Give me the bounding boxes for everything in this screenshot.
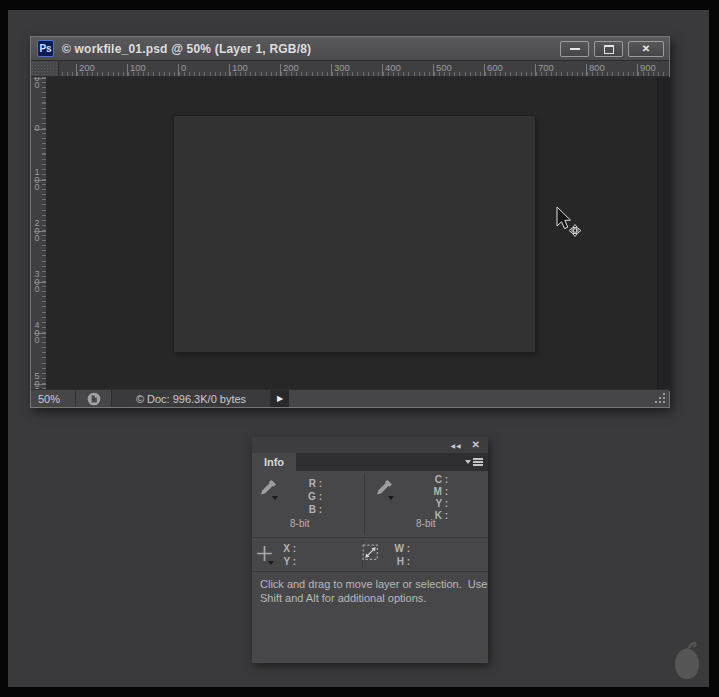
rgb-labels: R :G :B : xyxy=(296,477,322,516)
mouse-watermark-icon xyxy=(668,638,708,684)
panel-divider xyxy=(364,474,365,534)
close-button[interactable]: ✕ xyxy=(628,41,664,57)
cmyk-depth-label: 8-bit xyxy=(416,518,435,529)
xy-labels: X :Y : xyxy=(270,542,296,568)
panel-divider xyxy=(252,571,488,572)
document-window: Ps © workfile_01.psd @ 50% (Layer 1, RGB… xyxy=(30,36,670,408)
eyedropper-dropdown-icon[interactable] xyxy=(272,496,278,500)
status-options-button[interactable]: ▶ xyxy=(271,390,289,407)
window-resize-grip[interactable] xyxy=(663,401,665,403)
panel-tab-bar: Info xyxy=(252,453,488,471)
horizontal-ruler[interactable]: 2001000100200300400500600700800900 xyxy=(31,61,669,77)
vertical-scrollbar-track[interactable] xyxy=(657,77,671,391)
document-size-readout: © Doc: 996.3K/0 bytes xyxy=(111,390,271,407)
maximize-button[interactable] xyxy=(594,41,623,57)
tab-info[interactable]: Info xyxy=(252,453,296,471)
panel-close-icon[interactable]: ✕ xyxy=(472,440,480,450)
ruler-minor-ticks xyxy=(42,77,46,391)
canvas-area[interactable] xyxy=(47,77,671,391)
menu-lines-icon xyxy=(473,458,483,466)
status-bar: 50% © Doc: 996.3K/0 bytes ▶ xyxy=(31,389,669,407)
zoom-level-field[interactable]: 50% xyxy=(31,393,75,405)
document-title: © workfile_01.psd @ 50% (Layer 1, RGB/8) xyxy=(62,42,311,56)
rgb-depth-label: 8-bit xyxy=(290,518,309,529)
panel-menu-icon[interactable] xyxy=(465,458,483,466)
vertical-ruler[interactable]: 1 0 001 0 02 0 03 0 04 0 05 0 0 xyxy=(31,77,47,391)
eyedropper-icon[interactable] xyxy=(376,479,393,496)
info-panel: ◀◀ ✕ Info R :G :B : 8-bit C :M :Y :K : xyxy=(252,437,488,663)
eyedropper-icon[interactable] xyxy=(260,479,277,496)
document-canvas[interactable] xyxy=(174,116,535,352)
minimize-button[interactable] xyxy=(560,41,589,57)
collapse-to-icons-icon[interactable]: ◀◀ xyxy=(450,442,461,449)
ruler-origin-corner[interactable] xyxy=(31,61,59,77)
window-controls: ✕ xyxy=(560,41,664,57)
tool-hint-line2: Shift and Alt for additional options. xyxy=(260,591,426,605)
expand-arrow-icon: ▶ xyxy=(277,394,283,403)
dimensions-marquee-icon xyxy=(360,542,381,563)
document-status-icon xyxy=(87,392,101,406)
info-panel-content: R :G :B : 8-bit C :M :Y :K : 8-bit X :Y … xyxy=(252,471,488,663)
minimize-icon xyxy=(570,48,580,50)
document-titlebar[interactable]: Ps © workfile_01.psd @ 50% (Layer 1, RGB… xyxy=(31,37,669,61)
panel-divider xyxy=(252,537,488,538)
photoshop-app-icon: Ps xyxy=(37,40,54,57)
eyedropper-dropdown-icon[interactable] xyxy=(388,496,394,500)
screenshot-frame: Ps © workfile_01.psd @ 50% (Layer 1, RGB… xyxy=(0,0,719,697)
maximize-icon xyxy=(604,45,614,54)
menu-triangle-icon xyxy=(465,460,471,464)
panel-header[interactable]: ◀◀ ✕ xyxy=(252,437,488,453)
wh-labels: W :H : xyxy=(384,542,410,568)
close-icon: ✕ xyxy=(642,44,650,54)
cmyk-labels: C :M :Y :K : xyxy=(422,474,448,522)
tool-hint-line1: Click and drag to move layer or selectio… xyxy=(260,577,487,591)
save-status-zone xyxy=(75,390,111,407)
